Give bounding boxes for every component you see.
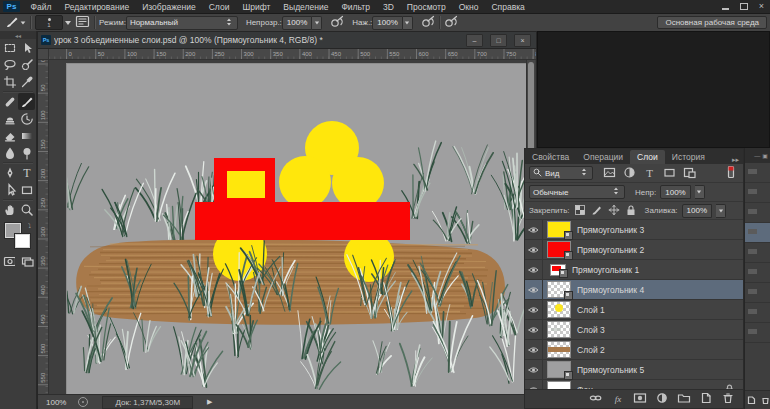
new-layer-icon[interactable] — [699, 391, 713, 407]
layer-opacity-dropdown-icon[interactable] — [695, 185, 705, 199]
layer-name[interactable]: Прямоугольник 4 — [577, 285, 644, 295]
flow-dropdown-icon[interactable] — [403, 16, 413, 30]
layer-row-Прямоугольник-4[interactable]: Прямоугольник 4 — [525, 280, 743, 300]
add-layer-mask-icon[interactable] — [633, 391, 647, 407]
opacity-value[interactable]: 100% — [282, 16, 312, 30]
layer-thumbnail[interactable] — [548, 342, 570, 357]
rectangular-marquee-tool-icon[interactable] — [1, 39, 18, 56]
lock-transparency-icon[interactable] — [574, 204, 586, 218]
collapse-tools-icon[interactable]: ◂◂ — [0, 31, 36, 39]
layer-opacity-value[interactable]: 100% — [660, 185, 690, 199]
layer-row-Прямоугольник-3[interactable]: Прямоугольник 3 — [525, 220, 743, 240]
blur-tool-icon[interactable] — [1, 144, 18, 161]
status-options-arrow-icon[interactable]: ▶ — [207, 398, 212, 406]
layer-blend-mode-select[interactable]: Обычные — [529, 185, 625, 199]
zoom-tool-icon[interactable] — [18, 201, 35, 218]
layer-name[interactable]: Прямоугольник 5 — [577, 365, 644, 375]
brush-tool-icon[interactable] — [18, 93, 35, 110]
adjustment-layer-icon[interactable] — [655, 391, 669, 407]
layer-visibility-eye-icon[interactable] — [525, 380, 543, 389]
menu-Выделение[interactable]: Выделение — [277, 2, 335, 12]
minimize-icon[interactable] — [722, 8, 729, 10]
canvas-viewport[interactable] — [49, 60, 536, 394]
dodge-tool-icon[interactable] — [18, 144, 35, 161]
filter-toggle-icon[interactable] — [727, 165, 735, 181]
layer-name[interactable]: Слой 3 — [577, 325, 605, 335]
lasso-tool-icon[interactable] — [1, 56, 18, 73]
crop-tool-icon[interactable] — [1, 73, 18, 90]
layer-row-Фон[interactable]: Фон — [525, 380, 743, 389]
airbrush-icon[interactable] — [421, 15, 435, 30]
rectangle-shape-tool-icon[interactable] — [18, 181, 35, 198]
layer-row-Прямоугольник-1[interactable]: Прямоугольник 1 — [525, 260, 743, 280]
eraser-tool-icon[interactable] — [1, 127, 18, 144]
menu-Слои[interactable]: Слои — [202, 2, 236, 12]
zoom-level-field[interactable]: 100% — [46, 398, 66, 407]
collapse-panel-icon[interactable]: ▸▸ — [732, 156, 743, 164]
blend-mode-select[interactable]: Нормальный — [126, 16, 238, 30]
menu-Изображение[interactable]: Изображение — [136, 2, 203, 12]
menu-Просмотр[interactable]: Просмотр — [400, 2, 452, 12]
tool-preset-arrow-icon[interactable] — [21, 21, 26, 24]
layer-thumbnail[interactable] — [548, 382, 570, 389]
document-title-bar[interactable]: Ps урок 3 объединенные слои.psd @ 100% (… — [38, 32, 536, 49]
menu-Справка[interactable]: Справка — [485, 2, 531, 12]
layer-visibility-eye-icon[interactable] — [525, 280, 543, 299]
swap-colors-icon[interactable]: ⤵ — [28, 223, 31, 229]
workspace-switcher-button[interactable]: Основная рабочая среда — [657, 16, 767, 29]
layer-name[interactable]: Прямоугольник 2 — [577, 245, 644, 255]
opacity-dropdown-icon[interactable] — [312, 16, 322, 30]
layer-row-Слой-2[interactable]: Слой 2 — [525, 340, 743, 360]
brush-preset-arrow-icon[interactable] — [65, 21, 71, 25]
layer-visibility-eye-icon[interactable] — [525, 340, 543, 359]
lock-pixels-icon[interactable] — [591, 204, 603, 218]
layer-visibility-eye-icon[interactable] — [525, 220, 543, 239]
clone-stamp-tool-icon[interactable] — [1, 110, 18, 127]
layer-name[interactable]: Прямоугольник 1 — [572, 265, 639, 275]
menu-3D[interactable]: 3D — [376, 2, 400, 12]
layer-row-Слой-3[interactable]: Слой 3 — [525, 320, 743, 340]
delete-layer-icon[interactable] — [721, 391, 735, 407]
quick-selection-tool-icon[interactable] — [18, 56, 35, 73]
adjustment-layers-filter-icon[interactable] — [623, 166, 636, 181]
layer-visibility-eye-icon[interactable] — [525, 260, 543, 279]
quick-mask-icon[interactable] — [3, 253, 15, 271]
menu-Окно[interactable]: Окно — [452, 2, 485, 12]
shape-layers-filter-icon[interactable] — [663, 166, 676, 181]
layer-visibility-eye-icon[interactable] — [525, 320, 543, 339]
menu-Редактирование[interactable]: Редактирование — [58, 2, 136, 12]
doc-minimize-icon[interactable]: – — [466, 34, 483, 47]
eyedropper-tool-icon[interactable] — [18, 73, 35, 90]
fill-dropdown-icon[interactable] — [716, 204, 726, 218]
layer-thumbnail[interactable] — [548, 322, 570, 337]
lock-all-icon[interactable] — [625, 204, 637, 218]
layer-effects-icon[interactable]: fx — [611, 391, 625, 407]
flow-value[interactable]: 100% — [372, 16, 402, 30]
layer-visibility-eye-icon[interactable] — [525, 300, 543, 319]
layer-name[interactable]: Прямоугольник 3 — [577, 225, 644, 235]
panel-tab-История[interactable]: История — [665, 150, 712, 164]
brush-tool-icon[interactable] — [5, 15, 19, 31]
pixel-layers-filter-icon[interactable] — [603, 166, 616, 181]
doc-maximize-icon[interactable]: □ — [490, 34, 507, 47]
panel-tab-Свойства[interactable]: Свойства — [525, 150, 576, 164]
type-layers-filter-icon[interactable]: T — [643, 166, 656, 181]
layer-name[interactable]: Слой 1 — [577, 305, 605, 315]
path-selection-tool-icon[interactable] — [1, 181, 18, 198]
fill-value[interactable]: 100% — [682, 204, 712, 218]
panel-tab-Операции[interactable]: Операции — [576, 150, 630, 164]
hand-tool-icon[interactable] — [1, 201, 18, 218]
panel-tab-Слои[interactable]: Слои — [630, 150, 665, 164]
gradient-tool-icon[interactable] — [18, 127, 35, 144]
link-layers-icon[interactable] — [589, 391, 603, 407]
pressure-opacity-icon[interactable] — [330, 15, 344, 30]
brush-preset-picker[interactable]: 1 — [35, 15, 63, 30]
history-brush-tool-icon[interactable] — [18, 110, 35, 127]
brush-panel-toggle-icon[interactable] — [75, 15, 90, 30]
screen-mode-icon[interactable] — [21, 253, 34, 271]
menu-Шрифт[interactable]: Шрифт — [236, 2, 277, 12]
layer-visibility-eye-icon[interactable] — [525, 240, 543, 259]
menu-Фильтр[interactable]: Фильтр — [335, 2, 377, 12]
smart-object-filter-icon[interactable] — [683, 166, 696, 181]
layer-row-Слой-1[interactable]: Слой 1 — [525, 300, 743, 320]
